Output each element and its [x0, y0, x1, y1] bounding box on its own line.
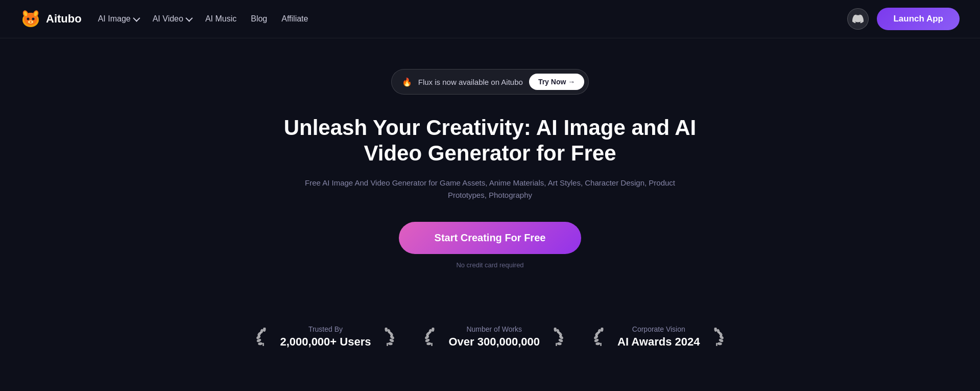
laurel-left-1	[256, 328, 271, 346]
stat-text-works: Number of Works Over 300,000,000	[448, 325, 540, 349]
laurel-right-3	[709, 328, 724, 346]
nav-item-ai-video[interactable]: AI Video	[153, 11, 191, 27]
logo-icon	[20, 9, 41, 29]
svg-rect-37	[556, 342, 557, 346]
stat-value-works: Over 300,000,000	[448, 335, 540, 349]
svg-rect-16	[263, 342, 265, 346]
logo[interactable]: Aitubo	[20, 9, 82, 29]
announcement-text: Flux is now available on Aitubo	[418, 78, 523, 86]
svg-rect-51	[716, 342, 718, 346]
svg-point-24	[426, 342, 432, 346]
svg-point-45	[717, 342, 722, 346]
stat-value-awards: AI Awards 2024	[617, 335, 700, 349]
laurel-left-icon-3	[594, 328, 608, 346]
discord-button[interactable]	[847, 8, 869, 30]
svg-point-9	[30, 21, 32, 23]
stat-label-trusted: Trusted By	[280, 325, 371, 333]
try-now-button[interactable]: Try Now →	[529, 74, 584, 90]
brand-name: Aitubo	[46, 12, 82, 26]
laurel-right-2	[549, 328, 563, 346]
navbar: Aitubo AI Image AI Video AI Music Blog	[0, 0, 980, 38]
stat-works: Number of Works Over 300,000,000	[425, 325, 563, 349]
start-creating-button[interactable]: Start Creating For Free	[399, 222, 582, 254]
stat-trusted-by: Trusted By 2,000,000+ Users	[256, 325, 394, 349]
nav-item-ai-image[interactable]: AI Image	[98, 11, 138, 27]
hero-title: Unleash Your Creativity: AI Image and AI…	[260, 115, 720, 167]
stats-section: Trusted By 2,000,000+ Users	[0, 300, 980, 369]
stat-text-awards: Corporate Vision AI Awards 2024	[617, 325, 700, 349]
nav-item-blog[interactable]: Blog	[251, 11, 267, 27]
stat-label-works: Number of Works	[448, 325, 540, 333]
no-credit-text: No credit card required	[456, 261, 523, 269]
svg-rect-23	[387, 342, 389, 346]
nav-links: AI Image AI Video AI Music Blog Affiliat…	[98, 11, 308, 27]
svg-point-7	[32, 18, 35, 20]
stat-awards: Corporate Vision AI Awards 2024	[594, 325, 723, 349]
laurel-left-icon-2	[425, 328, 439, 346]
laurel-right-1	[380, 328, 394, 346]
svg-point-43	[601, 328, 604, 332]
stat-value-trusted: 2,000,000+ Users	[280, 335, 371, 349]
svg-point-15	[263, 328, 266, 332]
nav-item-ai-music[interactable]: AI Music	[205, 11, 236, 27]
svg-point-36	[554, 328, 557, 332]
stat-label-awards: Corporate Vision	[617, 325, 700, 333]
fire-icon: 🔥	[402, 77, 412, 87]
svg-point-29	[432, 328, 435, 332]
svg-point-38	[595, 342, 601, 346]
hero-section: 🔥 Flux is now available on Aitubo Try No…	[0, 38, 980, 289]
launch-app-button[interactable]: Launch App	[877, 8, 960, 30]
svg-rect-30	[432, 342, 433, 346]
discord-icon	[852, 13, 864, 25]
svg-rect-44	[600, 342, 602, 346]
announcement-bar: 🔥 Flux is now available on Aitubo Try No…	[391, 69, 589, 95]
svg-point-50	[714, 328, 717, 332]
laurel-right-icon-2	[549, 328, 563, 346]
laurel-right-icon-3	[709, 328, 724, 346]
stat-text-trusted: Trusted By 2,000,000+ Users	[280, 325, 371, 349]
nav-left: Aitubo AI Image AI Video AI Music Blog	[20, 9, 308, 29]
chevron-down-icon	[133, 15, 140, 22]
chevron-down-icon	[185, 15, 193, 22]
laurel-left-2	[425, 328, 439, 346]
laurel-left-3	[594, 328, 608, 346]
svg-point-6	[27, 18, 30, 20]
hero-subtitle: Free AI Image And Video Generator for Ga…	[286, 177, 695, 201]
svg-point-17	[388, 342, 393, 346]
laurel-right-icon	[380, 328, 394, 346]
nav-item-affiliate[interactable]: Affiliate	[281, 11, 308, 27]
svg-point-10	[258, 342, 263, 346]
nav-right: Launch App	[847, 8, 960, 30]
laurel-left-icon	[256, 328, 271, 346]
svg-point-31	[557, 342, 562, 346]
